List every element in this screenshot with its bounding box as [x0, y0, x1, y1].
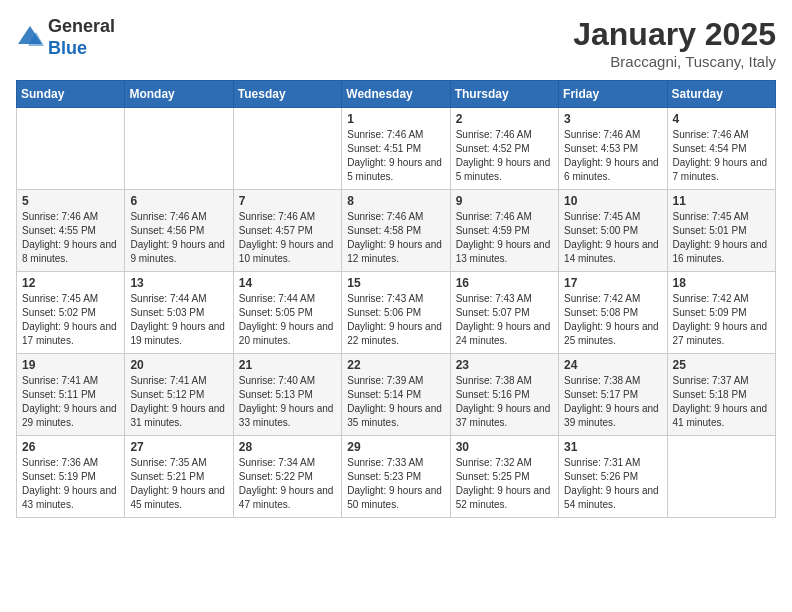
calendar-cell: 1Sunrise: 7:46 AM Sunset: 4:51 PM Daylig… — [342, 108, 450, 190]
page-header: General Blue January 2025 Braccagni, Tus… — [16, 16, 776, 70]
day-number: 8 — [347, 194, 444, 208]
day-number: 2 — [456, 112, 553, 126]
day-header-sunday: Sunday — [17, 81, 125, 108]
day-number: 11 — [673, 194, 770, 208]
title-block: January 2025 Braccagni, Tuscany, Italy — [573, 16, 776, 70]
calendar-cell: 16Sunrise: 7:43 AM Sunset: 5:07 PM Dayli… — [450, 272, 558, 354]
day-number: 1 — [347, 112, 444, 126]
day-info: Sunrise: 7:39 AM Sunset: 5:14 PM Dayligh… — [347, 374, 444, 430]
day-info: Sunrise: 7:43 AM Sunset: 5:07 PM Dayligh… — [456, 292, 553, 348]
day-info: Sunrise: 7:41 AM Sunset: 5:12 PM Dayligh… — [130, 374, 227, 430]
day-number: 26 — [22, 440, 119, 454]
day-number: 31 — [564, 440, 661, 454]
calendar-cell: 6Sunrise: 7:46 AM Sunset: 4:56 PM Daylig… — [125, 190, 233, 272]
day-number: 6 — [130, 194, 227, 208]
day-info: Sunrise: 7:46 AM Sunset: 4:57 PM Dayligh… — [239, 210, 336, 266]
calendar-cell: 22Sunrise: 7:39 AM Sunset: 5:14 PM Dayli… — [342, 354, 450, 436]
calendar-cell — [125, 108, 233, 190]
calendar-cell: 11Sunrise: 7:45 AM Sunset: 5:01 PM Dayli… — [667, 190, 775, 272]
calendar-table: SundayMondayTuesdayWednesdayThursdayFrid… — [16, 80, 776, 518]
calendar-cell — [667, 436, 775, 518]
day-info: Sunrise: 7:46 AM Sunset: 4:53 PM Dayligh… — [564, 128, 661, 184]
day-header-friday: Friday — [559, 81, 667, 108]
day-header-wednesday: Wednesday — [342, 81, 450, 108]
day-info: Sunrise: 7:41 AM Sunset: 5:11 PM Dayligh… — [22, 374, 119, 430]
calendar-cell: 7Sunrise: 7:46 AM Sunset: 4:57 PM Daylig… — [233, 190, 341, 272]
day-number: 16 — [456, 276, 553, 290]
day-number: 24 — [564, 358, 661, 372]
day-info: Sunrise: 7:45 AM Sunset: 5:01 PM Dayligh… — [673, 210, 770, 266]
calendar-cell: 17Sunrise: 7:42 AM Sunset: 5:08 PM Dayli… — [559, 272, 667, 354]
logo-blue: Blue — [48, 38, 87, 58]
calendar-cell: 5Sunrise: 7:46 AM Sunset: 4:55 PM Daylig… — [17, 190, 125, 272]
calendar-cell: 19Sunrise: 7:41 AM Sunset: 5:11 PM Dayli… — [17, 354, 125, 436]
day-number: 14 — [239, 276, 336, 290]
day-number: 19 — [22, 358, 119, 372]
day-number: 30 — [456, 440, 553, 454]
location: Braccagni, Tuscany, Italy — [573, 53, 776, 70]
day-number: 27 — [130, 440, 227, 454]
calendar-cell: 25Sunrise: 7:37 AM Sunset: 5:18 PM Dayli… — [667, 354, 775, 436]
day-number: 4 — [673, 112, 770, 126]
day-number: 20 — [130, 358, 227, 372]
calendar-cell: 2Sunrise: 7:46 AM Sunset: 4:52 PM Daylig… — [450, 108, 558, 190]
calendar-cell: 8Sunrise: 7:46 AM Sunset: 4:58 PM Daylig… — [342, 190, 450, 272]
calendar-cell: 26Sunrise: 7:36 AM Sunset: 5:19 PM Dayli… — [17, 436, 125, 518]
day-header-thursday: Thursday — [450, 81, 558, 108]
day-info: Sunrise: 7:36 AM Sunset: 5:19 PM Dayligh… — [22, 456, 119, 512]
calendar-cell: 14Sunrise: 7:44 AM Sunset: 5:05 PM Dayli… — [233, 272, 341, 354]
calendar-cell: 24Sunrise: 7:38 AM Sunset: 5:17 PM Dayli… — [559, 354, 667, 436]
day-number: 25 — [673, 358, 770, 372]
calendar-cell: 31Sunrise: 7:31 AM Sunset: 5:26 PM Dayli… — [559, 436, 667, 518]
day-info: Sunrise: 7:37 AM Sunset: 5:18 PM Dayligh… — [673, 374, 770, 430]
day-number: 12 — [22, 276, 119, 290]
day-number: 29 — [347, 440, 444, 454]
calendar-cell: 9Sunrise: 7:46 AM Sunset: 4:59 PM Daylig… — [450, 190, 558, 272]
calendar-cell: 15Sunrise: 7:43 AM Sunset: 5:06 PM Dayli… — [342, 272, 450, 354]
calendar-cell: 12Sunrise: 7:45 AM Sunset: 5:02 PM Dayli… — [17, 272, 125, 354]
logo-general: General — [48, 16, 115, 36]
day-number: 7 — [239, 194, 336, 208]
day-header-monday: Monday — [125, 81, 233, 108]
day-number: 22 — [347, 358, 444, 372]
day-number: 5 — [22, 194, 119, 208]
month-title: January 2025 — [573, 16, 776, 53]
day-info: Sunrise: 7:31 AM Sunset: 5:26 PM Dayligh… — [564, 456, 661, 512]
day-info: Sunrise: 7:46 AM Sunset: 4:59 PM Dayligh… — [456, 210, 553, 266]
day-number: 9 — [456, 194, 553, 208]
day-info: Sunrise: 7:45 AM Sunset: 5:00 PM Dayligh… — [564, 210, 661, 266]
day-info: Sunrise: 7:46 AM Sunset: 4:56 PM Dayligh… — [130, 210, 227, 266]
day-info: Sunrise: 7:32 AM Sunset: 5:25 PM Dayligh… — [456, 456, 553, 512]
day-info: Sunrise: 7:34 AM Sunset: 5:22 PM Dayligh… — [239, 456, 336, 512]
logo-icon — [16, 24, 44, 52]
logo-text: General Blue — [48, 16, 115, 59]
day-info: Sunrise: 7:38 AM Sunset: 5:16 PM Dayligh… — [456, 374, 553, 430]
calendar-cell: 20Sunrise: 7:41 AM Sunset: 5:12 PM Dayli… — [125, 354, 233, 436]
calendar-cell: 10Sunrise: 7:45 AM Sunset: 5:00 PM Dayli… — [559, 190, 667, 272]
day-number: 17 — [564, 276, 661, 290]
day-header-saturday: Saturday — [667, 81, 775, 108]
day-number: 3 — [564, 112, 661, 126]
day-number: 23 — [456, 358, 553, 372]
day-info: Sunrise: 7:42 AM Sunset: 5:08 PM Dayligh… — [564, 292, 661, 348]
week-row-2: 5Sunrise: 7:46 AM Sunset: 4:55 PM Daylig… — [17, 190, 776, 272]
calendar-cell: 28Sunrise: 7:34 AM Sunset: 5:22 PM Dayli… — [233, 436, 341, 518]
calendar-cell: 13Sunrise: 7:44 AM Sunset: 5:03 PM Dayli… — [125, 272, 233, 354]
week-row-5: 26Sunrise: 7:36 AM Sunset: 5:19 PM Dayli… — [17, 436, 776, 518]
calendar-cell — [233, 108, 341, 190]
day-info: Sunrise: 7:46 AM Sunset: 4:58 PM Dayligh… — [347, 210, 444, 266]
calendar-cell: 18Sunrise: 7:42 AM Sunset: 5:09 PM Dayli… — [667, 272, 775, 354]
week-row-1: 1Sunrise: 7:46 AM Sunset: 4:51 PM Daylig… — [17, 108, 776, 190]
day-header-tuesday: Tuesday — [233, 81, 341, 108]
day-info: Sunrise: 7:42 AM Sunset: 5:09 PM Dayligh… — [673, 292, 770, 348]
calendar-cell: 27Sunrise: 7:35 AM Sunset: 5:21 PM Dayli… — [125, 436, 233, 518]
week-row-3: 12Sunrise: 7:45 AM Sunset: 5:02 PM Dayli… — [17, 272, 776, 354]
day-info: Sunrise: 7:46 AM Sunset: 4:51 PM Dayligh… — [347, 128, 444, 184]
day-info: Sunrise: 7:45 AM Sunset: 5:02 PM Dayligh… — [22, 292, 119, 348]
calendar-header-row: SundayMondayTuesdayWednesdayThursdayFrid… — [17, 81, 776, 108]
day-info: Sunrise: 7:44 AM Sunset: 5:05 PM Dayligh… — [239, 292, 336, 348]
day-info: Sunrise: 7:44 AM Sunset: 5:03 PM Dayligh… — [130, 292, 227, 348]
day-number: 15 — [347, 276, 444, 290]
calendar-cell: 29Sunrise: 7:33 AM Sunset: 5:23 PM Dayli… — [342, 436, 450, 518]
day-number: 13 — [130, 276, 227, 290]
